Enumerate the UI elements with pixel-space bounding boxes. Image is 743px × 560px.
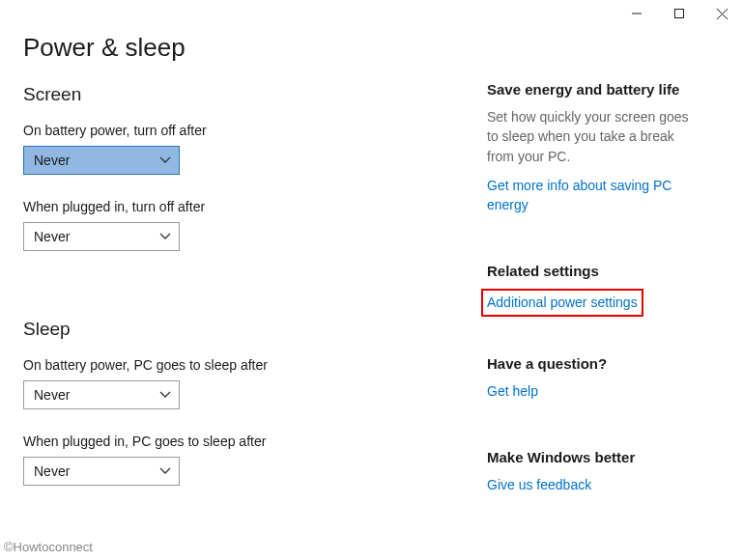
chevron-down-icon [159,156,171,164]
feedback-heading: Make Windows better [487,449,700,465]
sleep-plugged-label: When plugged in, PC goes to sleep after [23,434,487,449]
energy-link[interactable]: Get more info about saving PC energy [487,176,700,215]
give-feedback-link[interactable]: Give us feedback [487,475,591,494]
sleep-plugged-select[interactable]: Never [23,457,180,486]
minimize-button[interactable] [615,0,658,27]
get-help-link[interactable]: Get help [487,381,538,401]
additional-power-settings-link[interactable]: Additional power settings [487,293,638,312]
chevron-down-icon [159,467,171,475]
page-title: Power & sleep [23,33,487,63]
sleep-plugged-value: Never [34,463,70,479]
screen-plugged-value: Never [34,229,70,244]
window-controls [615,0,743,27]
sleep-battery-select[interactable]: Never [23,380,180,409]
screen-plugged-label: When plugged in, turn off after [23,199,487,214]
sleep-battery-label: On battery power, PC goes to sleep after [23,357,487,373]
related-heading: Related settings [487,263,700,279]
screen-plugged-select[interactable]: Never [23,222,180,251]
screen-heading: Screen [23,84,487,105]
chevron-down-icon [159,233,171,240]
maximize-button[interactable] [658,0,700,27]
watermark: ©Howtoconnect [4,540,93,554]
sleep-heading: Sleep [23,319,487,340]
energy-text: Set how quickly your screen goes to slee… [487,107,700,166]
screen-battery-label: On battery power, turn off after [23,123,487,138]
close-button[interactable] [700,0,743,27]
svg-rect-1 [675,10,684,18]
screen-battery-select[interactable]: Never [23,146,180,175]
chevron-down-icon [159,391,171,399]
question-heading: Have a question? [487,355,700,372]
energy-heading: Save energy and battery life [487,81,700,98]
sleep-battery-value: Never [34,387,70,403]
screen-battery-value: Never [34,153,70,168]
additional-power-highlight: Additional power settings [481,289,643,316]
